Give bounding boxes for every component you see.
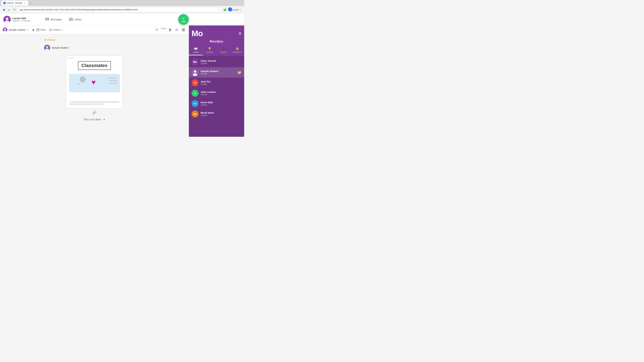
svg-point-1 [6, 17, 8, 20]
student-dropdown-arrow: ▼ [27, 29, 28, 31]
svg-point-7 [4, 28, 6, 30]
app-container: Lauren Deli Teacher - 2 Classes Messages… [0, 13, 244, 137]
reload-button[interactable]: ↻ [12, 7, 17, 12]
student-item-4[interactable]: MS Mordi Seem 2 posts [189, 109, 244, 119]
add-icon: + [182, 16, 185, 20]
toolbar: Sample Student ▼ ◀ Dates › [0, 25, 189, 34]
student-info-3: Karen Dale 2 posts [200, 101, 242, 106]
class-journal-name: Class Journal [200, 59, 242, 62]
class-journal-item[interactable]: Mo Class Journal 5 posts [189, 57, 244, 67]
class-journal-initial: Mo [193, 60, 197, 63]
progress-tab-icon: 🎓 [222, 47, 225, 51]
folders-label: Folders [53, 28, 60, 31]
menu-button[interactable]: ⋮ [238, 7, 243, 12]
browser-action-icons: 🧩 I Incognito ⋮ [223, 7, 243, 12]
dot-3 [72, 57, 74, 58]
student-info-0: Sample Student 5 posts [200, 70, 235, 75]
prev-button[interactable]: ◀ [30, 27, 35, 32]
journal-tab-icon: 📖 [194, 47, 198, 51]
address-bar[interactable]: app.seesaw.me/#/class/class.e01bf4c2-9a2… [18, 7, 222, 12]
library-icon [69, 18, 73, 21]
content-area: Sample Student ▼ ◀ Dates › [0, 25, 244, 137]
card-arrow: → [76, 81, 80, 86]
svg-rect-9 [37, 29, 39, 31]
card-image-area: → ♥ [66, 72, 122, 99]
student-posts-4: 2 posts [200, 114, 242, 116]
close-tab-button[interactable]: ✕ [23, 2, 26, 4]
folders-section[interactable]: Folders ▼ [49, 28, 63, 31]
tab-activities[interactable]: 💡 Activities [203, 45, 217, 55]
student-item-3[interactable]: KD Karen Dale 2 posts [189, 98, 244, 109]
caption-text: This is our class! [84, 118, 101, 121]
bookmark-icon[interactable]: ☆ [218, 8, 220, 11]
student-initials-4: MS [193, 113, 197, 115]
toolbar-nav: ◀ Dates › [30, 27, 63, 32]
student-selector[interactable]: Sample Student ▼ [3, 27, 28, 32]
print-button[interactable] [167, 27, 173, 32]
class-journal-info: Class Journal 5 posts [200, 59, 242, 64]
new-tab-button[interactable]: + [29, 1, 33, 5]
folders-dropdown-arrow: ▼ [62, 29, 63, 31]
url-text: app.seesaw.me/#/class/class.e01bf4c2-9a2… [20, 8, 216, 11]
tab-notifications[interactable]: 🔔 Notifications [230, 45, 244, 55]
student-name-1: Jack Pot [200, 80, 242, 83]
moodjoy-section: Moodjoy [189, 40, 244, 45]
classmates-card: Classmates → [66, 55, 123, 109]
class-journal-avatar: Mo [192, 58, 198, 65]
add-button[interactable]: + Add [178, 14, 189, 25]
main-panel: Sample Student ▼ ◀ Dates › [0, 25, 189, 137]
tab-progress[interactable]: 🎓 Progress [216, 45, 230, 55]
pinned-student-item[interactable]: Sample Student [44, 43, 145, 52]
activities-tab-icon: 💡 [208, 47, 212, 51]
extensions-icon[interactable]: 🧩 [223, 7, 228, 12]
card-heart: ♥ [92, 78, 96, 86]
student-item-1[interactable]: JP Jack Pot 3 posts [189, 78, 244, 88]
filter-button[interactable] [154, 27, 160, 32]
folder-icon-0[interactable]: 📁 [237, 70, 242, 74]
caption-expand-icon[interactable]: ▼ [103, 118, 105, 121]
student-avatar-4: MS [192, 110, 198, 117]
student-info-4: Mordi Seem 2 posts [200, 111, 242, 116]
folder-icon [49, 29, 52, 31]
calendar-icon [36, 28, 39, 31]
list-view-button[interactable] [174, 27, 180, 32]
back-button[interactable]: ◀ [1, 7, 6, 12]
messages-label: Messages [50, 18, 62, 21]
tab-journal[interactable]: 📖 Journal [189, 45, 203, 55]
header-nav: Messages Library [44, 17, 84, 22]
active-browser-tab[interactable]: S Journal - Seesaw ✕ [1, 0, 28, 5]
clear-button[interactable]: Clear [161, 27, 166, 32]
svg-rect-24 [182, 30, 183, 31]
grid-view-button[interactable] [181, 27, 186, 32]
caption: This is our class! ▼ [84, 118, 105, 121]
student-name-4: Mordi Seem [200, 111, 242, 114]
svg-rect-17 [170, 28, 171, 29]
settings-icon[interactable]: ⚙ [238, 31, 242, 35]
messages-nav-item[interactable]: Messages [44, 17, 64, 22]
card-title: Classmates [81, 63, 108, 68]
card-bottom-line-2 [70, 103, 104, 105]
moodjoy-label: Moodjoy [210, 40, 224, 43]
card-person [80, 76, 86, 82]
student-list: Mo Class Journal 5 posts [189, 55, 244, 137]
svg-rect-4 [70, 19, 72, 19]
dates-section[interactable]: Dates [36, 28, 46, 31]
card-dots [66, 56, 122, 60]
progress-tab-label: Progress [220, 51, 227, 53]
student-item-0[interactable]: Sample Student 5 posts 📁 [189, 67, 244, 78]
student-avatar-0 [192, 69, 198, 76]
forward-button[interactable]: ▶ [7, 7, 12, 12]
svg-point-27 [46, 46, 48, 48]
student-selector-avatar [3, 27, 8, 32]
student-item-2[interactable]: JL John Louises 3 posts [189, 88, 244, 98]
pinned-label: ★ Pinned [44, 38, 145, 41]
seesaw-favicon: S [3, 2, 6, 4]
user-info: Lauren Deli Teacher - 2 Classes [3, 16, 37, 23]
sidebar-tabs: 📖 Journal 💡 Activities 🎓 Progress 🔔 Noti… [189, 45, 244, 55]
user-role: Teacher - 2 Classes [12, 19, 30, 22]
journal-tab-label: Journal [193, 51, 198, 53]
svg-rect-25 [184, 30, 185, 31]
student-info-1: Jack Pot 3 posts [200, 80, 242, 85]
library-nav-item[interactable]: Library [68, 17, 84, 22]
pinned-section: ★ Pinned Sample Student [44, 38, 145, 52]
